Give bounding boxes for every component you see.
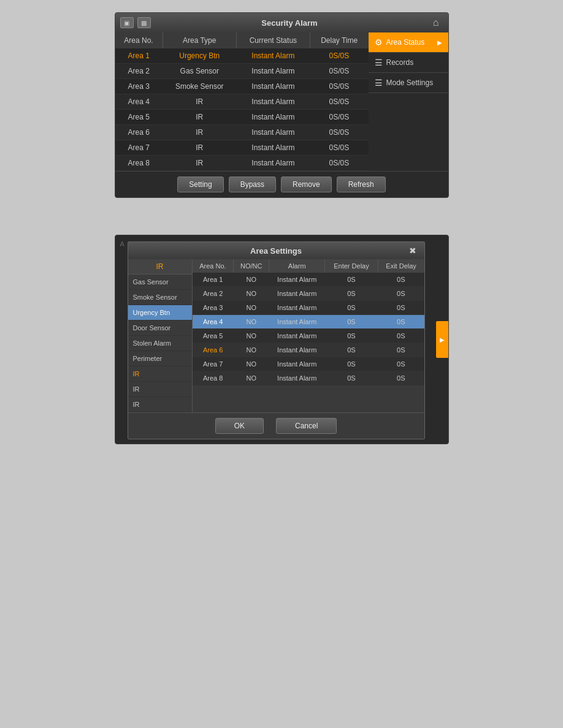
dcell-alarm: Instant Alarm	[269, 357, 325, 371]
col-area-no: Area No.	[115, 32, 163, 48]
dialog-table-row[interactable]: Area 2 NO Instant Alarm 0S 0S	[193, 287, 424, 301]
dcell-area-no: Area 4	[193, 315, 234, 329]
dcell-exit: 0S	[378, 329, 424, 343]
dcol-exit-delay: Exit Delay	[378, 259, 424, 273]
cell-delay: 0S/0S	[310, 94, 368, 110]
col-delay-time: Delay Time	[310, 32, 368, 48]
type-item[interactable]: Smoke Sensor	[128, 290, 192, 305]
cell-area-no: Area 6	[115, 125, 163, 140]
home-icon[interactable]: ⌂	[429, 15, 443, 30]
dialog-title: Area Settings	[145, 246, 407, 256]
dcell-nonc: NO	[234, 273, 269, 287]
cell-area-type: IR	[163, 94, 236, 110]
dialog-close-button[interactable]: ✖	[407, 245, 418, 256]
dialog-table-row[interactable]: Area 7 NO Instant Alarm 0S 0S	[193, 357, 424, 371]
sidebar-item-mode-settings[interactable]: ☰ Mode Settings	[369, 73, 448, 93]
dcell-nonc: NO	[234, 371, 269, 385]
cell-area-no: Area 1	[115, 48, 163, 64]
dcell-enter: 0S	[325, 343, 378, 357]
sidebar-label-records: Records	[386, 58, 414, 67]
dcell-exit: 0S	[378, 301, 424, 315]
cell-area-type: IR	[163, 156, 236, 171]
cell-area-no: Area 5	[115, 110, 163, 125]
dialog-table-row[interactable]: Area 6 NO Instant Alarm 0S 0S	[193, 343, 424, 357]
bg-sidebar-arrow[interactable]: ▶	[436, 321, 448, 358]
type-item[interactable]: Stolen Alarm	[128, 336, 192, 351]
dialog-box: Area Settings ✖ IR Gas SensorSmoke Senso…	[128, 241, 425, 439]
bypass-button[interactable]: Bypass	[229, 176, 276, 192]
dialog-table-row[interactable]: Area 4 NO Instant Alarm 0S 0S	[193, 315, 424, 329]
bottom-buttons: Setting Bypass Remove Refresh	[115, 171, 448, 197]
sidebar-item-area-status[interactable]: ⚙ Area Status ▶	[369, 32, 448, 53]
dialog-table-row[interactable]: Area 5 NO Instant Alarm 0S 0S	[193, 329, 424, 343]
cell-area-no: Area 8	[115, 156, 163, 171]
dcell-enter: 0S	[325, 287, 378, 301]
dcell-nonc: NO	[234, 329, 269, 343]
dcell-enter: 0S	[325, 329, 378, 343]
dcell-alarm: Instant Alarm	[269, 273, 325, 287]
cell-area-no: Area 2	[115, 64, 163, 79]
dcell-alarm: Instant Alarm	[269, 371, 325, 385]
monitor-icon: ▣	[120, 17, 134, 28]
dialog-table-row[interactable]: Area 3 NO Instant Alarm 0S 0S	[193, 301, 424, 315]
table-header-row: Area No. Area Type Current Status Delay …	[115, 32, 369, 48]
cell-delay: 0S/0S	[310, 125, 368, 140]
dcell-alarm: Instant Alarm	[269, 287, 325, 301]
table-row[interactable]: Area 4 IR Instant Alarm 0S/0S	[115, 94, 369, 110]
cell-area-type: IR	[163, 140, 236, 156]
dcell-nonc: NO	[234, 301, 269, 315]
title-bar-icons: ▣ ▩	[120, 17, 151, 28]
table-row[interactable]: Area 5 IR Instant Alarm 0S/0S	[115, 110, 369, 125]
sidebar: ⚙ Area Status ▶ ☰ Records ☰ Mode Setting…	[369, 32, 448, 171]
table-row[interactable]: Area 2 Gas Sensor Instant Alarm 0S/0S	[115, 64, 369, 79]
dialog-content: IR Gas SensorSmoke SensorUrgency BtnDoor…	[128, 259, 424, 412]
type-item[interactable]: Gas Sensor	[128, 275, 192, 290]
table-row[interactable]: Area 1 Urgency Btn Instant Alarm 0S/0S	[115, 48, 369, 64]
content-area: Area No. Area Type Current Status Delay …	[115, 32, 448, 171]
table-row[interactable]: Area 6 IR Instant Alarm 0S/0S	[115, 125, 369, 140]
area-table: Area No. Area Type Current Status Delay …	[115, 32, 369, 171]
dialog-bottom-buttons: OK Cancel	[128, 412, 424, 439]
cell-area-type: IR	[163, 110, 236, 125]
area-settings-panel: A ▶ Area Settings ✖ IR Gas SensorSmoke S…	[115, 235, 449, 444]
refresh-button[interactable]: Refresh	[337, 176, 386, 192]
type-header: IR	[128, 259, 192, 275]
dcell-exit: 0S	[378, 357, 424, 371]
type-item[interactable]: IR	[128, 366, 192, 382]
dcell-area-no: Area 5	[193, 329, 234, 343]
type-item[interactable]: Perimeter	[128, 351, 192, 366]
type-item[interactable]: IR	[128, 382, 192, 397]
cancel-button[interactable]: Cancel	[276, 418, 337, 434]
main-table-section: Area No. Area Type Current Status Delay …	[115, 32, 369, 171]
table-row[interactable]: Area 3 Smoke Sensor Instant Alarm 0S/0S	[115, 79, 369, 94]
type-item[interactable]: Urgency Btn	[128, 305, 192, 320]
cell-delay: 0S/0S	[310, 64, 368, 79]
panel-title: Security Alarm	[151, 18, 429, 28]
dialog-table-row[interactable]: Area 8 NO Instant Alarm 0S 0S	[193, 371, 424, 385]
dcell-area-no: Area 2	[193, 287, 234, 301]
type-item[interactable]: Door Sensor	[128, 320, 192, 336]
sidebar-label-mode-settings: Mode Settings	[386, 78, 434, 87]
table-row[interactable]: Area 7 IR Instant Alarm 0S/0S	[115, 140, 369, 156]
dcell-nonc: NO	[234, 287, 269, 301]
dialog-table-row[interactable]: Area 1 NO Instant Alarm 0S 0S	[193, 273, 424, 287]
dcell-area-no: Area 7	[193, 357, 234, 371]
dialog-background: A ▶ Area Settings ✖ IR Gas SensorSmoke S…	[115, 235, 448, 444]
sidebar-label-area-status: Area Status	[386, 38, 425, 47]
ok-button[interactable]: OK	[215, 418, 264, 434]
table-row[interactable]: Area 8 IR Instant Alarm 0S/0S	[115, 156, 369, 171]
type-item[interactable]: IR	[128, 397, 192, 412]
setting-button[interactable]: Setting	[177, 176, 223, 192]
camera-icon: ▩	[137, 17, 151, 28]
sidebar-item-records[interactable]: ☰ Records	[369, 53, 448, 73]
remove-button[interactable]: Remove	[281, 176, 332, 192]
dcell-area-no: Area 8	[193, 371, 234, 385]
area-status-icon: ⚙	[375, 37, 383, 47]
dcell-exit: 0S	[378, 343, 424, 357]
dcell-enter: 0S	[325, 301, 378, 315]
cell-status: Instant Alarm	[236, 110, 310, 125]
dcell-area-no: Area 1	[193, 273, 234, 287]
dcell-alarm: Instant Alarm	[269, 329, 325, 343]
dcell-exit: 0S	[378, 273, 424, 287]
cell-delay: 0S/0S	[310, 79, 368, 94]
